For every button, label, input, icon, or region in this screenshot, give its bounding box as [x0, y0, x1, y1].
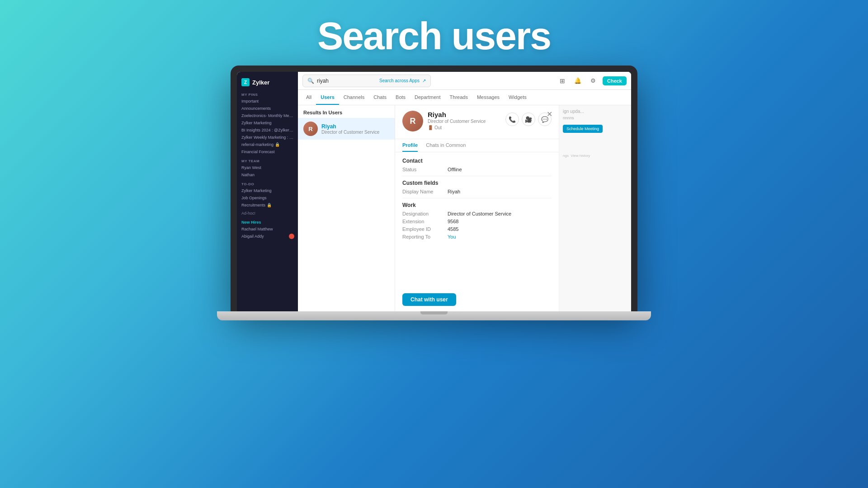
result-title: Director of Customer Service	[321, 130, 379, 135]
tab-all[interactable]: All	[302, 90, 316, 105]
close-panel-button[interactable]: ✕	[544, 109, 554, 119]
sidebar-item-bi-insights[interactable]: BI Insights 2024 : @Zylker Ana...	[237, 127, 298, 134]
profile-content: Contact Status Offline Custom fields Dis…	[395, 152, 559, 290]
sidebar-section-myteam: My team	[237, 155, 298, 164]
sidebar-item-announcements[interactable]: Announcements	[237, 105, 298, 112]
sidebar-item-abigail[interactable]: Abigail Addy	[237, 233, 298, 240]
result-name: Riyah	[321, 123, 379, 130]
reporting-to-value: You	[448, 234, 456, 239]
profile-tab-chats-common[interactable]: Chats in Common	[426, 139, 466, 152]
top-bar: 🔍 riyah Search across Apps ↗ ⊞ 🔔 ⚙ Check	[298, 72, 631, 90]
contact-section-title: Contact	[402, 158, 552, 164]
sidebar-item-zoelectronics[interactable]: Zoelectronics- Monthly Meeti...	[237, 112, 298, 119]
grid-icon-btn[interactable]: ⊞	[557, 75, 568, 87]
user-status-display: 🚪 Out	[428, 125, 501, 130]
sidebar-item-financial[interactable]: Financial Forecast	[237, 148, 298, 155]
designation-value: Director of Customer Service	[448, 211, 511, 216]
sidebar-section-todo: To-do	[237, 178, 298, 187]
contact-status-row: Status Offline	[402, 167, 552, 172]
bg-right-panel: ign upda... nnnns Schedule Meeting ngs V…	[559, 105, 631, 311]
phone-action-button[interactable]: 📞	[505, 113, 519, 126]
results-header: Results In Users	[298, 105, 395, 118]
work-section-title: Work	[402, 202, 552, 208]
employee-id-label: Employee ID	[402, 226, 448, 232]
display-name-label: Display Name	[402, 189, 448, 194]
external-link-icon: ↗	[422, 78, 426, 83]
profile-tab-profile[interactable]: Profile	[402, 139, 418, 152]
tab-chats[interactable]: Chats	[369, 90, 391, 105]
laptop-screen: Z Zylker My Pins Important Announcements…	[237, 72, 631, 311]
display-name-row: Display Name Riyah	[402, 189, 552, 194]
tab-threads[interactable]: Threads	[445, 90, 472, 105]
extension-label: Extension	[402, 219, 448, 224]
reporting-to-label: Reporting To	[402, 234, 448, 239]
user-role: Director of Customer Service	[428, 119, 501, 124]
employee-id-row: Employee ID 4585	[402, 226, 552, 232]
video-action-button[interactable]: 🎥	[522, 113, 535, 126]
contact-status-label: Status	[402, 167, 448, 172]
sidebar-item-zylker-marketing-pin[interactable]: Zylker Marketing	[237, 119, 298, 127]
sidebar-logo: Z Zylker	[237, 75, 298, 91]
sidebar-item-rachael[interactable]: Rachael Matthew	[237, 225, 298, 233]
laptop-frame: Z Zylker My Pins Important Announcements…	[231, 66, 637, 311]
result-avatar: R	[303, 122, 318, 136]
sidebar-item-job-openings[interactable]: Job Openings	[237, 194, 298, 202]
sidebar-item-zylker-marketing-todo[interactable]: Zylker Marketing	[237, 187, 298, 194]
bell-icon-btn[interactable]: 🔔	[572, 75, 584, 87]
search-body: Results In Users R Riyah Director of Cus…	[298, 105, 631, 311]
search-across-label[interactable]: Search across Apps	[379, 78, 420, 83]
employee-id-value: 4585	[448, 226, 458, 232]
sidebar-item-recruitments[interactable]: Recruitments 🔒	[237, 202, 298, 209]
hero-title: Search users	[317, 14, 551, 58]
sidebar-section-pins: My Pins	[237, 91, 298, 98]
user-detail-panel: ✕ R Riyah Director of Customer Service	[395, 105, 559, 311]
result-item-riyah[interactable]: R Riyah Director of Customer Service	[298, 118, 395, 140]
sidebar-item-referral[interactable]: referral-marketing 🔒	[237, 141, 298, 148]
sidebar-item-adhoc[interactable]: Ad-hoc!	[237, 209, 298, 218]
sidebar-section-new-hires: New Hires	[237, 218, 298, 225]
sidebar-item-zylker-weekly[interactable]: Zylker Weekly Marketing : @Z...	[237, 134, 298, 141]
sidebar: Z Zylker My Pins Important Announcements…	[237, 72, 298, 311]
result-info: Riyah Director of Customer Service	[321, 123, 379, 135]
display-name-value: Riyah	[448, 189, 460, 194]
app-logo-icon: Z	[241, 78, 250, 86]
reporting-to-row: Reporting To You	[402, 234, 552, 239]
out-icon: 🚪	[428, 125, 433, 130]
user-name: Riyah	[428, 111, 501, 118]
extension-value: 9568	[448, 219, 458, 224]
settings-icon-btn[interactable]: ⚙	[587, 75, 599, 87]
tab-messages[interactable]: Messages	[472, 90, 504, 105]
sidebar-item-ryan[interactable]: Ryan West	[237, 164, 298, 171]
tab-widgets[interactable]: Widgets	[504, 90, 531, 105]
search-tabs-bar: All Users Channels Chats Bots Department…	[298, 90, 631, 105]
schedule-meeting-btn[interactable]: Schedule Meeting	[563, 125, 603, 133]
search-input-value[interactable]: riyah	[317, 78, 377, 84]
search-box[interactable]: 🔍 riyah Search across Apps ↗	[302, 75, 431, 87]
designation-label: Designation	[402, 211, 448, 216]
extension-row: Extension 9568	[402, 219, 552, 224]
user-header: R Riyah Director of Customer Service 🚪 O…	[395, 105, 559, 139]
search-icon: 🔍	[307, 78, 314, 84]
contact-status-value: Offline	[448, 167, 462, 172]
user-avatar-large: R	[402, 111, 423, 131]
designation-row: Designation Director of Customer Service	[402, 211, 552, 216]
sidebar-item-important[interactable]: Important	[237, 98, 298, 105]
results-panel: Results In Users R Riyah Director of Cus…	[298, 105, 395, 311]
check-button[interactable]: Check	[603, 76, 627, 85]
tab-users[interactable]: Users	[316, 90, 339, 105]
custom-fields-section-title: Custom fields	[402, 180, 552, 186]
chat-with-user-button[interactable]: Chat with user	[402, 293, 456, 306]
profile-tabs-bar: Profile Chats in Common	[395, 139, 559, 152]
tab-department[interactable]: Department	[410, 90, 445, 105]
tab-bots[interactable]: Bots	[391, 90, 410, 105]
main-area: 🔍 riyah Search across Apps ↗ ⊞ 🔔 ⚙ Check	[298, 72, 631, 311]
sidebar-item-nathan[interactable]: Nathan	[237, 171, 298, 178]
tab-channels[interactable]: Channels	[339, 90, 369, 105]
